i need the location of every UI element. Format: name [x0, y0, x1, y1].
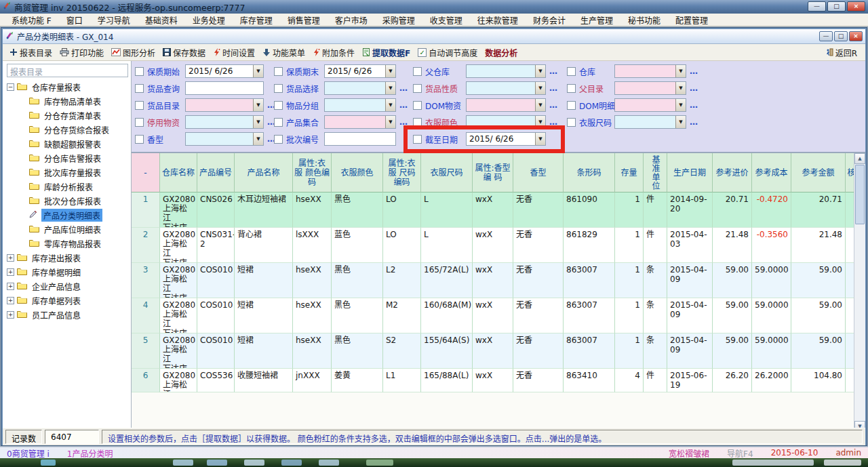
tree-item-10[interactable]: 产品分类明细表 — [5, 208, 130, 222]
dropdown-arrow-icon[interactable]: ▼ — [675, 116, 686, 128]
checked-checkbox-icon[interactable]: ✓ — [418, 48, 427, 57]
child-restore-button[interactable]: □ — [834, 31, 848, 41]
window-link-2[interactable]: 1产品分类明 — [67, 447, 113, 459]
close-button[interactable]: × — [847, 1, 865, 12]
menu-item-7[interactable]: 销售管理 — [280, 14, 328, 26]
minimize-button[interactable]: — — [808, 1, 826, 12]
restore-button[interactable]: □ — [827, 1, 846, 12]
more-options-button[interactable]: … — [549, 83, 558, 93]
tree-item-4[interactable]: 分仓存货综合报表 — [5, 123, 130, 137]
filter-checkbox[interactable] — [274, 84, 283, 93]
tree-item-6[interactable]: 分仓库告警报表 — [5, 151, 130, 165]
menu-item-2[interactable]: 窗口 — [59, 14, 90, 26]
more-options-button[interactable]: … — [399, 117, 408, 127]
column-header-10[interactable]: 香型 — [513, 153, 564, 192]
filter-combobox[interactable]: 2015/ 6/26▼ — [466, 132, 546, 146]
scroll-down-icon[interactable]: ▼ — [854, 421, 865, 428]
filter-checkbox[interactable] — [135, 135, 144, 144]
column-header-7[interactable]: 属性:衣服 尺码编码 — [383, 153, 421, 192]
dropdown-arrow-icon[interactable]: ▼ — [535, 82, 545, 94]
expand-icon[interactable]: + — [7, 297, 14, 304]
save-data-button[interactable]: 保存数据 — [159, 45, 209, 60]
column-header-11[interactable]: 条形码 — [564, 153, 615, 192]
more-options-button[interactable]: … — [399, 100, 408, 110]
data-analysis-button[interactable]: 数据分析 — [481, 45, 521, 60]
column-header-17[interactable]: 参考金额 — [791, 153, 846, 192]
dropdown-arrow-icon[interactable]: ▼ — [385, 82, 395, 94]
tree-item-11[interactable]: 产品库位明细表 — [5, 222, 130, 237]
column-header-6[interactable]: 衣服颜色 — [332, 153, 383, 192]
filter-combobox[interactable]: ▼ — [324, 81, 396, 95]
report-search-box[interactable]: 报表目录 — [7, 64, 128, 77]
tree-item-7[interactable]: 批次库存量报表 — [5, 165, 130, 180]
auto-height-toggle[interactable]: ✓自动调节高度 — [414, 45, 481, 60]
filter-combobox[interactable]: ▼ — [324, 115, 396, 129]
filter-text-input[interactable] — [324, 132, 396, 146]
more-options-button[interactable]: … — [399, 83, 408, 93]
filter-combobox[interactable]: ▼ — [185, 132, 264, 146]
filter-combobox[interactable]: ▼ — [466, 115, 546, 129]
column-header-15[interactable]: 参考进价 — [713, 153, 752, 192]
more-options-button[interactable]: … — [690, 66, 698, 76]
window-link-1[interactable]: 0商贸管理 i — [7, 447, 50, 459]
column-header-13[interactable]: 基准单位 — [644, 153, 667, 192]
table-row-5[interactable]: 5GX2080 上海松江 万达店COS010短裙hseXX黑色S2155/64A… — [132, 333, 854, 369]
filter-combobox[interactable]: ▼ — [324, 98, 396, 112]
table-row-6[interactable]: 6GX2080 上海松江 万达店COS536收腰短袖裙jnXXX姜黄L1165/… — [132, 369, 854, 392]
tree-item-16[interactable]: +库存单据列表 — [5, 293, 130, 308]
table-row-2[interactable]: 2GX2080 上海松江 万达店CNS031-2背心裙lsXXX蓝色LOLwxX… — [132, 228, 854, 263]
menu-item-4[interactable]: 基础资料 — [138, 14, 185, 26]
menu-item-1[interactable]: 系统功能 F — [4, 14, 59, 26]
filter-checkbox[interactable] — [413, 84, 422, 93]
extract-data-button[interactable]: 提取数据F — [359, 45, 414, 60]
extra-condition-button[interactable]: 附加条件 — [309, 45, 358, 60]
filter-checkbox[interactable] — [567, 84, 576, 93]
filter-checkbox[interactable] — [413, 135, 422, 144]
menu-item-8[interactable]: 客户市场 — [328, 14, 375, 26]
tree-item-1[interactable]: −仓库存量报表 — [5, 80, 130, 94]
expand-icon[interactable]: + — [7, 268, 14, 276]
filter-combobox[interactable]: ▼ — [185, 115, 264, 129]
time-setting-button[interactable]: 时间设置 — [210, 45, 258, 60]
dropdown-arrow-icon[interactable]: ▼ — [385, 65, 395, 77]
filter-checkbox[interactable] — [135, 118, 144, 127]
column-header-2[interactable]: 仓库名称 — [160, 153, 197, 192]
menu-item-3[interactable]: 学习导航 — [90, 14, 138, 26]
filter-checkbox[interactable] — [135, 84, 144, 93]
column-header-4[interactable]: 产品名称 — [235, 153, 293, 192]
return-button[interactable]: 返回R — [822, 45, 861, 60]
tree-item-17[interactable]: +员工产品信息 — [5, 308, 130, 322]
chart-analysis-button[interactable]: 图形分析 — [108, 45, 159, 60]
tree-item-12[interactable]: 零库存物品报表 — [5, 237, 130, 251]
menu-item-11[interactable]: 往来款管理 — [470, 14, 526, 26]
dropdown-arrow-icon[interactable]: ▼ — [253, 133, 263, 145]
menu-item-6[interactable]: 库存管理 — [233, 14, 280, 26]
dropdown-arrow-icon[interactable]: ▼ — [385, 116, 395, 128]
filter-checkbox[interactable] — [413, 67, 422, 76]
dropdown-arrow-icon[interactable]: ▼ — [535, 65, 545, 77]
menu-item-9[interactable]: 采购管理 — [375, 14, 422, 26]
menu-item-10[interactable]: 收支管理 — [422, 14, 470, 26]
filter-combobox[interactable]: 2015/ 6/26▼ — [185, 64, 264, 78]
filter-checkbox[interactable] — [274, 101, 283, 110]
tree-item-9[interactable]: 批次分仓库报表 — [5, 194, 130, 208]
filter-combobox[interactable]: ▼ — [614, 115, 686, 129]
column-header-8[interactable]: 衣服尺码 — [421, 153, 473, 192]
dropdown-arrow-icon[interactable]: ▼ — [535, 99, 545, 111]
filter-combobox[interactable]: ▼ — [466, 98, 546, 112]
column-header-16[interactable]: 参考成本 — [752, 153, 791, 192]
scroll-thumb[interactable] — [855, 165, 865, 224]
filter-checkbox[interactable] — [567, 67, 576, 76]
report-dir-button[interactable]: 报表目录 — [6, 45, 56, 60]
menu-item-14[interactable]: 秘书功能 — [620, 14, 668, 26]
dropdown-arrow-icon[interactable]: ▼ — [253, 116, 263, 128]
tree-item-3[interactable]: 分仓存货清单表 — [5, 108, 130, 123]
tree-item-14[interactable]: +库存单据明细 — [5, 265, 130, 279]
filter-checkbox[interactable] — [274, 118, 283, 127]
more-options-button[interactable]: … — [549, 66, 558, 76]
column-header-5[interactable]: 属性:衣服 颜色编码 — [293, 153, 332, 192]
more-options-button[interactable]: … — [549, 100, 558, 110]
menu-item-13[interactable]: 生产管理 — [573, 14, 620, 26]
column-header-12[interactable]: 存量 — [615, 153, 644, 192]
filter-combobox[interactable]: ▼ — [614, 64, 686, 78]
